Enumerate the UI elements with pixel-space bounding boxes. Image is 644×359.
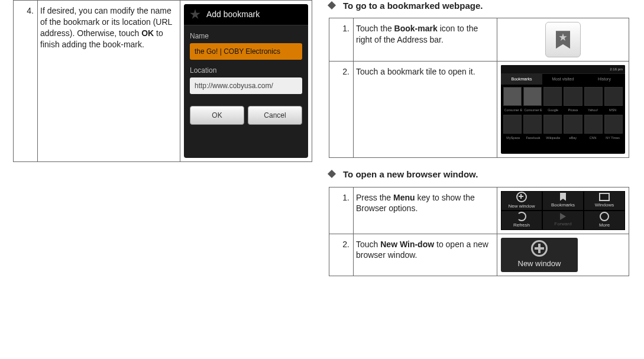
dialog-title: Add bookmark bbox=[206, 9, 260, 20]
bookmarks-grid: 2:16 pm Bookmarks Most visited History bbox=[501, 65, 625, 154]
tab-history[interactable]: History bbox=[584, 74, 625, 84]
tab-most-visited[interactable]: Most visited bbox=[542, 74, 584, 84]
step-text: Touch a bookmark tile to open it. bbox=[354, 62, 497, 158]
bookmark-tile[interactable] bbox=[543, 115, 562, 134]
step-number: 4. bbox=[14, 1, 38, 162]
step-screenshot: New window Bookmarks Windows Refresh For… bbox=[497, 187, 629, 234]
section-title: To open a new browser window. bbox=[329, 169, 629, 180]
step-number: 1. bbox=[329, 18, 354, 62]
bookmark-tile[interactable] bbox=[604, 115, 623, 134]
bookmark-tile[interactable] bbox=[503, 115, 522, 134]
plus-icon bbox=[531, 240, 548, 257]
ok-button[interactable]: OK bbox=[190, 106, 244, 125]
menu-new-window[interactable]: New window bbox=[501, 191, 542, 211]
section2-table: 1. Press the Menu key to show the Browse… bbox=[329, 187, 629, 276]
tab-bookmarks[interactable]: Bookmarks bbox=[501, 74, 542, 84]
bookmark-tile[interactable] bbox=[604, 87, 623, 106]
menu-more[interactable]: More bbox=[584, 211, 625, 230]
bookmark-tile[interactable] bbox=[564, 87, 582, 106]
step-text: Touch the Book-mark icon to the right of… bbox=[354, 18, 497, 62]
bookmark-tile[interactable] bbox=[564, 115, 582, 134]
menu-windows[interactable]: Windows bbox=[584, 191, 625, 211]
table-row: 2. Touch a bookmark tile to open it. 2:1… bbox=[329, 62, 629, 158]
step-number: 2. bbox=[329, 234, 354, 276]
step-number: 2. bbox=[329, 62, 354, 158]
status-time: 2:16 pm bbox=[610, 67, 623, 72]
bookmark-tile[interactable] bbox=[523, 87, 542, 106]
step-screenshot: 2:16 pm Bookmarks Most visited History bbox=[497, 62, 629, 158]
table-row: 1. Press the Menu key to show the Browse… bbox=[329, 187, 629, 234]
left-steps-table: 4. If desired, you can modify the name o… bbox=[13, 0, 312, 162]
step-text: Touch New Win-dow to open a new browser … bbox=[354, 234, 497, 276]
name-label: Name bbox=[184, 25, 308, 43]
step-screenshot: New window bbox=[497, 234, 629, 276]
location-label: Location bbox=[184, 60, 308, 77]
add-bookmark-dialog: Add bookmark Name the Go! | COBY Electro… bbox=[184, 4, 308, 158]
step-screenshot: Add bookmark Name the Go! | COBY Electro… bbox=[180, 1, 312, 162]
table-row: 4. If desired, you can modify the name o… bbox=[14, 1, 312, 162]
step-number: 1. bbox=[329, 187, 354, 234]
menu-bookmarks[interactable]: Bookmarks bbox=[542, 191, 584, 211]
table-row: 2. Touch New Win-dow to open a new brows… bbox=[329, 234, 629, 276]
new-window-tile[interactable]: New window bbox=[501, 238, 578, 272]
cancel-button[interactable]: Cancel bbox=[248, 106, 302, 125]
bookmark-tile[interactable] bbox=[503, 87, 522, 106]
table-row: 1. Touch the Book-mark icon to the right… bbox=[329, 18, 629, 62]
bookmark-tile[interactable] bbox=[523, 115, 542, 134]
star-icon bbox=[190, 9, 200, 20]
step-text: If desired, you can modify the name of t… bbox=[38, 1, 180, 162]
bookmark-tile[interactable] bbox=[584, 115, 603, 134]
menu-refresh[interactable]: Refresh bbox=[501, 211, 542, 230]
name-field[interactable]: the Go! | COBY Electronics bbox=[190, 43, 302, 60]
bookmark-icon[interactable] bbox=[545, 22, 581, 57]
section-title: To go to a bookmarked webpage. bbox=[329, 0, 629, 12]
menu-forward: Forward bbox=[542, 211, 584, 230]
bookmark-tile[interactable] bbox=[584, 87, 603, 106]
step-text: Press the Menu key to show the Browser o… bbox=[354, 187, 497, 234]
browser-menu: New window Bookmarks Windows Refresh For… bbox=[501, 191, 625, 230]
diamond-icon bbox=[328, 1, 336, 9]
diamond-icon bbox=[328, 170, 336, 178]
bookmark-tile[interactable] bbox=[543, 87, 562, 106]
location-field[interactable]: http://www.cobyusa.com/ bbox=[190, 77, 302, 94]
step-screenshot bbox=[497, 18, 629, 62]
section1-table: 1. Touch the Book-mark icon to the right… bbox=[329, 18, 629, 158]
